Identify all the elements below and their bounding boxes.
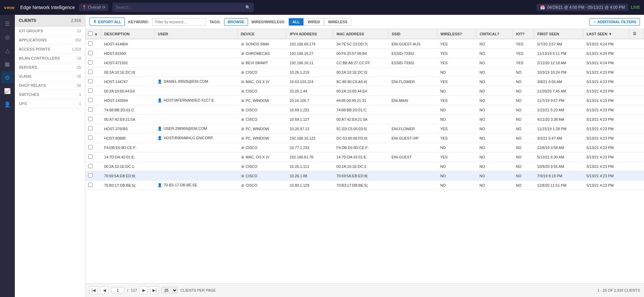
row-checkbox-cell[interactable] — [85, 115, 101, 124]
panel-group-item-switches[interactable]: SWITCHES1 — [15, 90, 85, 99]
filter-wireless-button[interactable]: WIRELESS — [324, 18, 351, 26]
prev-page-button[interactable]: ◀ — [100, 286, 108, 294]
date-range[interactable]: 📅 04/29/21 @ 4:00 PM - 05/13/21 @ 4:00 P… — [537, 4, 628, 11]
row-checkbox-cell[interactable] — [85, 143, 101, 152]
row-checkbox-cell[interactable] — [85, 68, 101, 77]
mac-cell: 00:2A:10:1E:DC:0( — [333, 68, 388, 77]
description-cell: 74:88:BB:2D:01:C: — [101, 105, 154, 115]
filter-wired-button[interactable]: WIRED — [304, 18, 324, 26]
panel-group-item-ups[interactable]: UPS1 — [15, 99, 85, 108]
row-checkbox-cell[interactable] — [85, 171, 101, 181]
row-checkbox[interactable] — [88, 154, 93, 159]
description-cell: HOST-144747 — [101, 77, 154, 86]
ipv4-cell: 10.69.1.127 — [286, 115, 333, 124]
critical-cell: NO — [476, 171, 512, 181]
row-options-cell — [630, 49, 644, 58]
row-checkbox-cell[interactable] — [85, 49, 101, 58]
row-checkbox[interactable] — [88, 51, 93, 55]
select-all-checkbox[interactable] — [88, 31, 93, 36]
user-cell — [154, 49, 237, 58]
panel-group-item-applications[interactable]: APPLICATIONS152 — [15, 36, 85, 45]
panel-group-item-iot-groups[interactable]: IOT GROUPS13 — [15, 27, 85, 36]
sidebar-chart-icon[interactable]: ▦ — [1, 58, 13, 70]
table-row[interactable]: HOST-376055 👤USER-298969@ENI.COM 🖥PC, WI… — [85, 124, 644, 134]
iot-cell: NO — [512, 143, 534, 152]
sidebar-location-icon[interactable]: ◎ — [1, 31, 13, 43]
sidebar-menu-icon[interactable]: ☰ — [1, 17, 13, 30]
row-checkbox[interactable] — [88, 107, 93, 112]
row-checkbox-cell[interactable] — [85, 181, 101, 190]
table-row[interactable]: 70:69:5A:EB:ED:8( 🖥CISCO 10.26.1.88 70:6… — [85, 171, 644, 181]
additional-filters-button[interactable]: ··· ADDITIONAL FILTERS — [589, 18, 640, 26]
wireless-cell: NO — [437, 105, 476, 115]
last-page-button[interactable]: ▶| — [150, 286, 158, 294]
search-input[interactable] — [116, 5, 245, 10]
row-checkbox[interactable] — [88, 164, 93, 168]
first-page-button[interactable]: |◀ — [90, 286, 98, 294]
export-all-button[interactable]: ⬆ EXPORT ALL — [90, 17, 125, 26]
keyword-input[interactable] — [152, 18, 206, 26]
filter-all-button[interactable]: ALL — [289, 18, 303, 26]
device-cell: 🖥PC, WINDOW — [237, 96, 286, 105]
row-checkbox-cell[interactable] — [85, 105, 101, 115]
table-row[interactable]: 00:2A:10:1E:DC:1: 🖥CISCO 10.26.1.111 00:… — [85, 162, 644, 171]
browse-tags-button[interactable]: BROWSE — [224, 18, 248, 26]
table-row[interactable]: HOST-414804 🖥SONOS SMAI 192.168.69.179 3… — [85, 39, 644, 49]
row-checkbox[interactable] — [88, 79, 93, 83]
sidebar-alert-icon[interactable]: △ — [1, 44, 13, 57]
sidebar-clients-icon[interactable]: ⊙ — [1, 71, 13, 83]
row-checkbox[interactable] — [88, 88, 93, 93]
row-checkbox-cell[interactable] — [85, 152, 101, 162]
row-checkbox-cell[interactable] — [85, 96, 101, 105]
ssid-cell: ENI-GUEST-VIP — [388, 134, 437, 143]
row-options-cell — [630, 105, 644, 115]
row-checkbox[interactable] — [88, 136, 93, 140]
page-number-input[interactable] — [111, 287, 124, 293]
table-row[interactable]: HOST-471932 🖥BEVI SMART 192.168.16.11 CC… — [85, 58, 644, 68]
row-checkbox-cell[interactable] — [85, 39, 101, 49]
row-checkbox-cell[interactable] — [85, 77, 101, 86]
ssid-cell — [388, 68, 437, 77]
last-seen-col[interactable]: LAST SEEN ▼ — [583, 29, 630, 39]
row-checkbox[interactable] — [88, 117, 93, 121]
row-checkbox[interactable] — [88, 60, 93, 65]
sidebar-user-icon[interactable]: 👤 — [1, 98, 13, 110]
table-row[interactable]: 00:A7:42:E9:21:5A 🖥CISCO 10.69.1.127 00:… — [85, 115, 644, 124]
sort-icon[interactable]: ▼ — [94, 32, 98, 36]
iot-col: IOT? — [512, 29, 534, 39]
panel-group-item-access-points[interactable]: ACCESS POINTS1,019 — [15, 45, 85, 54]
panel-group-item-servers[interactable]: SERVERS25 — [15, 63, 85, 72]
critical-cell: NO — [476, 86, 512, 96]
panel-group-item-dhcp-relays[interactable]: DHCP RELAYS50 — [15, 81, 85, 90]
table-row[interactable]: HOST-81560 🖥CHROMECAS 192.168.16.27 00:F… — [85, 49, 644, 58]
row-checkbox-cell[interactable] — [85, 58, 101, 68]
row-checkbox[interactable] — [88, 41, 93, 46]
row-checkbox[interactable] — [88, 145, 93, 149]
row-checkbox[interactable] — [88, 183, 93, 187]
table-row[interactable]: 70:B3:17:DB:BE:5( 👤70-B3-17-DB-BE-5E 🖥CI… — [85, 181, 644, 190]
row-checkbox[interactable] — [88, 98, 93, 102]
row-checkbox[interactable] — [88, 70, 93, 74]
sidebar-analytics-icon[interactable]: 📈 — [1, 85, 13, 97]
table-row[interactable]: HOST-143594 👤HOST/AFERNANDEZ-X1C7.E 🖥PC,… — [85, 96, 644, 105]
ssid-col: SSID — [388, 29, 437, 39]
table-row[interactable]: 00:2A:10:60:44:E4 🖥CISCO 10.26.1.44 00:2… — [85, 86, 644, 96]
table-row[interactable]: 00:2A:10:1E:DC:0( 🖥CISCO 10.26.1.219 00:… — [85, 68, 644, 77]
per-page-select[interactable]: 2550100 — [161, 287, 178, 294]
table-row[interactable]: 14:7D:DA:42:01:E: 🖥MAC, OS X (V 192.168.… — [85, 152, 644, 162]
location-selector[interactable]: 📍 Overall ⟳ — [79, 4, 108, 11]
table-row[interactable]: 74:88:BB:2D:01:C: 🖥CISCO 10.69.1.231 74:… — [85, 105, 644, 115]
table-row[interactable]: HOST-80885 👤HOST/R90HMHLG.ENICORP. 🖥PC, … — [85, 134, 644, 143]
next-page-button[interactable]: ▶ — [140, 286, 148, 294]
row-checkbox-cell[interactable] — [85, 162, 101, 171]
panel-group-item-vlans[interactable]: VLANS26 — [15, 72, 85, 81]
global-search[interactable]: 🔍 — [112, 3, 254, 12]
row-checkbox[interactable] — [88, 126, 93, 131]
row-checkbox-cell[interactable] — [85, 134, 101, 143]
row-checkbox-cell[interactable] — [85, 124, 101, 134]
table-row[interactable]: HOST-144747 👤DANIEL-89505@ENI.COM 🖥MAC, … — [85, 77, 644, 86]
row-checkbox-cell[interactable] — [85, 86, 101, 96]
panel-group-item-wlan-controllers[interactable]: WLAN CONTROLLERS19 — [15, 54, 85, 63]
table-row[interactable]: F4:DB:E6:9D:CE:F: 🖥CISCO 10.77.1.233 F4:… — [85, 143, 644, 152]
row-checkbox[interactable] — [88, 173, 93, 178]
